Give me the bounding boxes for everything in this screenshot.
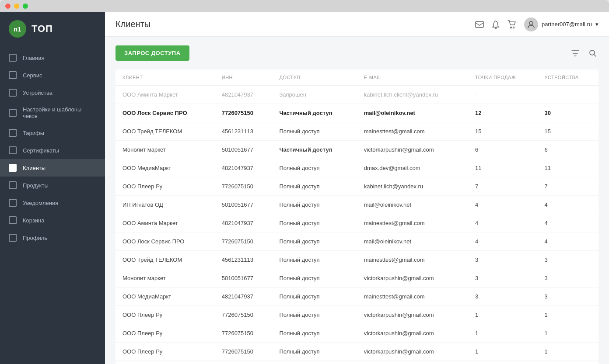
tarify-label: Тарифы: [23, 130, 44, 136]
sidebar-item-tarify[interactable]: Тарифы: [0, 124, 105, 142]
titlebar: [0, 0, 609, 12]
table-row[interactable]: ООО Плеер Ру7726075150Полный доступvicto…: [116, 343, 598, 361]
content-area: ЗАПРОС ДОСТУПА: [105, 37, 609, 364]
table-row[interactable]: ООО Лоск Сервис ПРО7726075150Полный дост…: [116, 232, 598, 251]
row-8-col-0: ООО Лоск Сервис ПРО: [116, 232, 215, 251]
user-dropdown-icon: ▾: [595, 21, 598, 28]
row-3-col-4: 6: [468, 141, 538, 159]
row-9-col-4: 3: [468, 251, 538, 269]
row-9-col-0: ООО Трейд ТЕЛЕКОМ: [116, 251, 215, 269]
table-row[interactable]: ООО Плеер Ру7726075150Полный доступvicto…: [116, 324, 598, 343]
row-6-col-5: 4: [537, 196, 598, 214]
row-12-col-2: Полный доступ: [272, 306, 357, 324]
clients-table: КЛИЕНТИННДОСТУПE-MAILТОЧКИ ПРОДАЖУСТРОЙС…: [116, 69, 598, 361]
table-row[interactable]: ООО Лоск Сервис ПРО7726075150Частичный д…: [116, 104, 598, 122]
sidebar-item-glavnaya[interactable]: Главная: [0, 49, 105, 66]
table-row[interactable]: ООО Трейд ТЕЛЕКОМ4561231113Полный доступ…: [116, 122, 598, 141]
svg-point-3: [513, 27, 514, 28]
row-6-col-1: 5010051677: [215, 196, 273, 214]
table-row[interactable]: ИП Игнатов ОД5010051677Полный доступmail…: [116, 196, 598, 214]
sidebar-item-klienty[interactable]: Клиенты: [0, 159, 105, 177]
row-0-col-0: ООО Аминта Маркет: [116, 86, 215, 104]
row-4-col-2: Полный доступ: [272, 159, 357, 177]
row-3-col-5: 6: [537, 141, 598, 159]
row-8-col-1: 7726075150: [215, 232, 273, 251]
row-13-col-3: victorkarpushin@gmail.com: [357, 324, 468, 343]
table-header: КЛИЕНТИННДОСТУПE-MAILТОЧКИ ПРОДАЖУСТРОЙС…: [116, 69, 598, 86]
row-11-col-1: 4821047937: [215, 288, 273, 306]
page-title: Клиенты: [116, 19, 150, 29]
row-8-col-3: mail@oleinikov.net: [357, 232, 468, 251]
row-11-col-4: 3: [468, 288, 538, 306]
sidebar: п1 ТОП ГлавнаяСервисУстройстваНастройки …: [0, 12, 105, 364]
row-3-col-1: 5010051677: [215, 141, 273, 159]
row-7-col-5: 4: [537, 214, 598, 232]
row-12-col-5: 1: [537, 306, 598, 324]
table-footer: 102040 «‹1234›»: [116, 361, 598, 364]
table-row[interactable]: ООО Трейд ТЕЛЕКОМ4561231113Полный доступ…: [116, 251, 598, 269]
row-2-col-1: 4561231113: [215, 122, 273, 141]
table-row[interactable]: Монолит маркет5010051677Полный доступvic…: [116, 269, 598, 288]
sidebar-item-korzina[interactable]: Корзина: [0, 211, 105, 229]
mail-icon[interactable]: [475, 20, 484, 29]
sidebar-item-sertifikaty[interactable]: Сертификаты: [0, 142, 105, 159]
row-3-col-2: Частичный доступ: [272, 141, 357, 159]
col-header-точки-продаж: ТОЧКИ ПРОДАЖ: [468, 69, 538, 86]
close-button[interactable]: [5, 3, 10, 9]
maximize-button[interactable]: [23, 3, 28, 9]
tarify-icon: [9, 129, 17, 137]
servis-icon: [9, 71, 17, 79]
row-0-col-2: Запрошен: [272, 86, 357, 104]
row-14-col-5: 1: [537, 343, 598, 361]
row-11-col-0: ООО МедиаМаркт: [116, 288, 215, 306]
row-8-col-4: 4: [468, 232, 538, 251]
user-email: partner007@mail.ru: [542, 21, 592, 28]
table-row[interactable]: ООО МедиаМаркт4821047937Полный доступdma…: [116, 159, 598, 177]
row-5-col-0: ООО Плеер Ру: [116, 177, 215, 196]
sidebar-item-ustrojstva[interactable]: Устройства: [0, 84, 105, 101]
sidebar-item-uvedomleniya[interactable]: Уведомления: [0, 194, 105, 211]
user-info[interactable]: partner007@mail.ru ▾: [524, 17, 598, 31]
row-13-col-2: Полный доступ: [272, 324, 357, 343]
row-2-col-2: Полный доступ: [272, 122, 357, 141]
table-row[interactable]: Монолит маркет5010051677Частичный доступ…: [116, 141, 598, 159]
row-1-col-3: mail@oleinikov.net: [357, 104, 468, 122]
row-8-col-5: 4: [537, 232, 598, 251]
row-5-col-4: 7: [468, 177, 538, 196]
sidebar-item-produkty[interactable]: Продукты: [0, 177, 105, 194]
sidebar-item-nastrojki[interactable]: Настройки и шаблоны чеков: [0, 101, 105, 124]
filter-button[interactable]: [570, 47, 581, 59]
row-14-col-2: Полный доступ: [272, 343, 357, 361]
col-header-доступ: ДОСТУП: [272, 69, 357, 86]
row-2-col-0: ООО Трейд ТЕЛЕКОМ: [116, 122, 215, 141]
row-7-col-2: Полный доступ: [272, 214, 357, 232]
search-button[interactable]: [587, 47, 598, 59]
request-access-button[interactable]: ЗАПРОС ДОСТУПА: [116, 45, 189, 61]
cart-icon[interactable]: [508, 20, 516, 29]
minimize-button[interactable]: [14, 3, 19, 9]
table-row[interactable]: ООО Плеер Ру7726075150Полный доступkabin…: [116, 177, 598, 196]
row-9-col-2: Полный доступ: [272, 251, 357, 269]
row-6-col-4: 4: [468, 196, 538, 214]
produkty-label: Продукты: [23, 182, 49, 189]
row-7-col-1: 4821047937: [215, 214, 273, 232]
sidebar-item-profil[interactable]: Профиль: [0, 229, 105, 246]
svg-point-1: [495, 28, 496, 29]
row-4-col-1: 4821047937: [215, 159, 273, 177]
sertifikaty-icon: [9, 146, 17, 154]
row-11-col-5: 3: [537, 288, 598, 306]
table-row[interactable]: ООО МедиаМаркт4821047937Полный доступmai…: [116, 288, 598, 306]
svg-point-4: [529, 21, 533, 25]
row-5-col-3: kabinet.lich@yandex.ru: [357, 177, 468, 196]
sidebar-item-servis[interactable]: Сервис: [0, 66, 105, 84]
bell-icon[interactable]: [492, 20, 500, 29]
row-10-col-3: victorkarpushin@gmail.com: [357, 269, 468, 288]
row-2-col-4: 15: [468, 122, 538, 141]
row-9-col-1: 4561231113: [215, 251, 273, 269]
table-row[interactable]: ООО Аминта Маркет4821047937Полный доступ…: [116, 214, 598, 232]
row-9-col-5: 3: [537, 251, 598, 269]
table-row[interactable]: ООО Плеер Ру7726075150Полный доступvicto…: [116, 306, 598, 324]
table-row[interactable]: ООО Аминта Маркет4821047937Запрошенkabin…: [116, 86, 598, 104]
row-1-col-2: Частичный доступ: [272, 104, 357, 122]
row-13-col-5: 1: [537, 324, 598, 343]
